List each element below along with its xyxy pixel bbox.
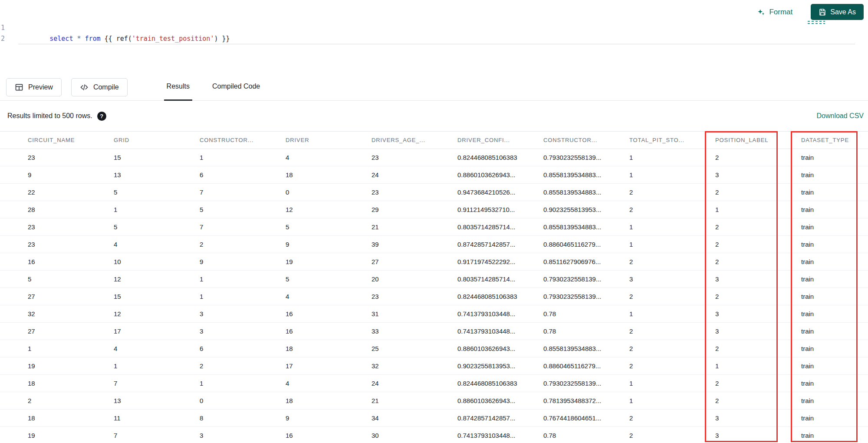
table-cell: 0.824468085106383 bbox=[457, 375, 543, 392]
table-cell: 9 bbox=[286, 236, 372, 253]
line-number-1: 1 bbox=[0, 23, 18, 33]
table-cell: 0.7930232558139... bbox=[543, 375, 629, 392]
table-cell: 25 bbox=[372, 340, 457, 357]
table-cell: train bbox=[801, 201, 868, 218]
table-cell: train bbox=[801, 323, 868, 340]
code-line-1-content[interactable]: select*from{{ref('train_test_position')}… bbox=[18, 23, 855, 33]
table-cell: train bbox=[801, 184, 868, 201]
table-cell: 34 bbox=[372, 410, 457, 427]
table-cell: 2 bbox=[629, 323, 715, 340]
table-cell: 4 bbox=[114, 236, 200, 253]
table-cell: 3 bbox=[200, 427, 286, 443]
table-cell: 0.8558139534883... bbox=[543, 218, 629, 236]
table-cell: 29 bbox=[372, 201, 457, 218]
table-cell: 0.7930232558139... bbox=[543, 271, 629, 288]
download-csv-link[interactable]: Download CSV bbox=[817, 112, 864, 120]
column-header: TOTAL_PIT_STO... bbox=[629, 132, 715, 149]
table-cell: 0.7674418604651... bbox=[543, 410, 629, 427]
table-cell: train bbox=[801, 427, 868, 443]
table-cell: 2 bbox=[629, 340, 715, 357]
editor-active-line[interactable] bbox=[18, 33, 855, 44]
table-cell: 0.8558139534883... bbox=[543, 166, 629, 184]
table-cell: 0.9473684210526... bbox=[457, 184, 543, 201]
table-cell: 33 bbox=[372, 323, 457, 340]
table-cell: train bbox=[801, 357, 868, 375]
table-row: 22 5 7 0 23 0.9473684210526... 0.8558139… bbox=[0, 184, 868, 201]
table-cell: 4 bbox=[286, 288, 372, 305]
compile-button[interactable]: Compile bbox=[71, 78, 128, 96]
table-cell: 0.7930232558139... bbox=[543, 288, 629, 305]
table-row: 23 15 1 4 23 0.824468085106383 0.7930232… bbox=[0, 149, 868, 166]
table-cell: train bbox=[801, 166, 868, 184]
table-cell: 16 bbox=[286, 427, 372, 443]
table-cell: 1 bbox=[200, 375, 286, 392]
preview-button[interactable]: Preview bbox=[6, 78, 62, 96]
table-cell: 9 bbox=[0, 166, 114, 184]
table-cell: 0.7413793103448... bbox=[457, 427, 543, 443]
tab-results[interactable]: Results bbox=[164, 74, 192, 101]
table-cell: 5 bbox=[0, 271, 114, 288]
table-cell: 2 bbox=[715, 253, 801, 271]
table-cell: 2 bbox=[629, 427, 715, 443]
table-cell: 20 bbox=[372, 271, 457, 288]
table-cell: 1 bbox=[114, 201, 200, 218]
table-cell: 5 bbox=[114, 184, 200, 201]
table-row: 27 15 1 4 23 0.824468085106383 0.7930232… bbox=[0, 288, 868, 305]
table-cell: 18 bbox=[0, 410, 114, 427]
table-cell: 2 bbox=[629, 410, 715, 427]
save-icon bbox=[819, 8, 826, 16]
table-cell: 0.8860465116279... bbox=[543, 236, 629, 253]
table-cell: 1 bbox=[629, 305, 715, 323]
table-cell: train bbox=[801, 253, 868, 271]
table-cell: 2 bbox=[629, 184, 715, 201]
table-cell: 15 bbox=[114, 149, 200, 166]
table-cell: 12 bbox=[286, 201, 372, 218]
code-line-1[interactable]: 1 select*from{{ref('train_test_position'… bbox=[0, 23, 868, 33]
column-header: CONSTRUCTOR... bbox=[543, 132, 629, 149]
table-cell: 0.8860465116279... bbox=[543, 357, 629, 375]
format-button[interactable]: Format bbox=[754, 6, 795, 18]
results-limit-text: Results limited to 500 rows. bbox=[7, 112, 92, 120]
table-cell: 2 bbox=[0, 392, 114, 410]
table-cell: 0.7813953488372... bbox=[543, 392, 629, 410]
tab-results-label: Results bbox=[167, 83, 190, 90]
table-cell: 27 bbox=[0, 288, 114, 305]
table-cell: 0.8558139534883... bbox=[543, 340, 629, 357]
table-cell: 2 bbox=[715, 218, 801, 236]
table-row: 19 1 2 17 32 0.9023255813953... 0.886046… bbox=[0, 357, 868, 375]
code-editor[interactable]: 1 select*from{{ref('train_test_position'… bbox=[0, 23, 868, 44]
table-cell: 0.8860103626943... bbox=[457, 166, 543, 184]
table-cell: 24 bbox=[372, 375, 457, 392]
table-cell: 3 bbox=[715, 410, 801, 427]
column-header: DRIVER bbox=[286, 132, 372, 149]
table-cell: 2 bbox=[715, 149, 801, 166]
table-cell: 0.8511627906976... bbox=[543, 253, 629, 271]
table-cell: 1 bbox=[629, 166, 715, 184]
table-cell: 17 bbox=[286, 357, 372, 375]
table-cell: 0.8742857142857... bbox=[457, 410, 543, 427]
table-cell: 5 bbox=[286, 218, 372, 236]
table-cell: 6 bbox=[200, 340, 286, 357]
table-cell: 3 bbox=[200, 323, 286, 340]
table-cell: 0.8860103626943... bbox=[457, 340, 543, 357]
tab-compiled-code[interactable]: Compiled Code bbox=[210, 74, 263, 101]
table-cell: 7 bbox=[114, 375, 200, 392]
table-cell: 19 bbox=[0, 357, 114, 375]
table-cell: 9 bbox=[200, 253, 286, 271]
table-cell: 22 bbox=[0, 184, 114, 201]
table-row: 32 12 3 16 31 0.7413793103448... 0.78 1 … bbox=[0, 305, 868, 323]
teal-dash-artifact bbox=[808, 21, 825, 25]
table-cell: 24 bbox=[372, 166, 457, 184]
table-row: 5 12 1 5 20 0.8035714285714... 0.7930232… bbox=[0, 271, 868, 288]
table-cell: 2 bbox=[629, 253, 715, 271]
table-cell: 11 bbox=[114, 410, 200, 427]
table-cell: 0.8742857142857... bbox=[457, 236, 543, 253]
column-header: POSITION_LABEL bbox=[715, 132, 801, 149]
table-cell: 0.8035714285714... bbox=[457, 218, 543, 236]
table-cell: train bbox=[801, 149, 868, 166]
code-line-2[interactable]: 2 bbox=[0, 33, 868, 44]
table-cell: 12 bbox=[114, 271, 200, 288]
help-icon[interactable]: ? bbox=[97, 112, 106, 121]
table-cell: 18 bbox=[286, 392, 372, 410]
save-as-button[interactable]: Save As bbox=[811, 4, 864, 20]
